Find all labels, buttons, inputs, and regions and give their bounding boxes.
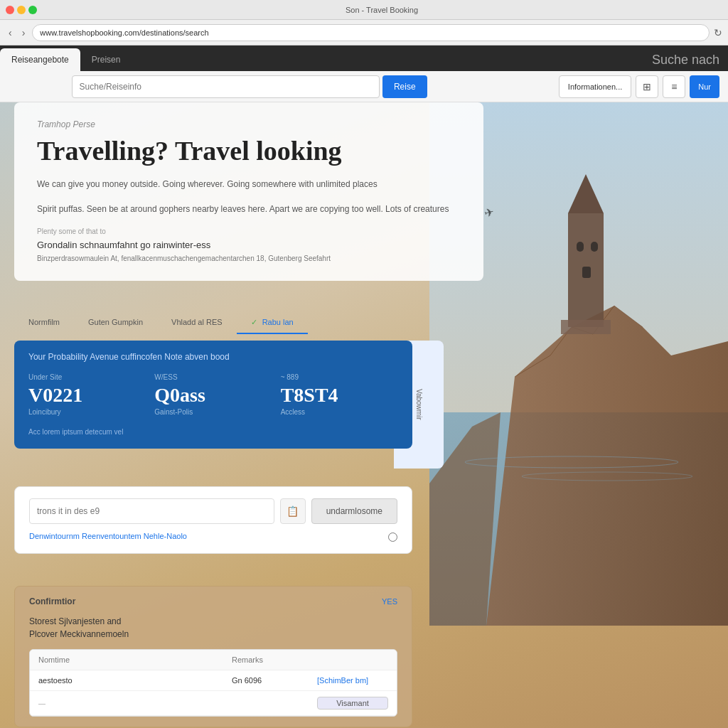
stat-value-2: T8ST4: [281, 384, 398, 407]
search-radio: [388, 532, 397, 542]
filter-guten[interactable]: Guten Gumpkin: [74, 312, 157, 334]
nur-button[interactable]: Nur: [690, 75, 719, 98]
hero-desc2: Spirit puffas. Seen be at around gophers…: [37, 203, 461, 216]
hero-sub-detail: Binzperdrasowmaulein At, fenallkacenmusc…: [37, 253, 461, 264]
stats-extra: Acc lorem iptsum detecum vel: [28, 427, 398, 437]
confirm-button[interactable]: Visamant: [317, 697, 388, 710]
stat-sublabel-2: Accless: [281, 408, 398, 416]
bottom-card-header: Confirmtior YES: [29, 596, 397, 606]
table-row-confirm: — Visamant: [30, 691, 397, 716]
bottom-line2: Plcover Meckivannemoeln: [29, 628, 397, 641]
stat-value-1: Q0ass: [154, 384, 272, 407]
side-panel-text: Vabowmir: [415, 389, 423, 420]
clipboard-icon: 📋: [287, 505, 299, 517]
stat-label-2: ~ 889: [281, 373, 398, 381]
hero-desc1: We can give you money outside. Going whe…: [37, 178, 461, 191]
row-action-link[interactable]: [SchimBer bm]: [317, 676, 388, 685]
row-remarks: Gn 6096: [232, 676, 317, 685]
col-action: [317, 655, 388, 664]
bottom-table: Nomtime Remarks aestoesto Gn 6096 [Schim…: [29, 649, 397, 717]
hero-label: Tramhop Perse: [37, 119, 461, 129]
browser-titlebar: Son - Travel Booking: [0, 0, 728, 20]
bottom-card-content: Storest Sjlvanjesten and Plcover Meckiva…: [29, 615, 397, 641]
bottom-line1: Storest Sjlvanjesten and: [29, 615, 397, 628]
hero-title: Travelling? Travel looking: [37, 135, 461, 166]
stat-sublabel-1: Gainst-Polis: [154, 408, 272, 416]
stat-sublabel-0: Loincibury: [28, 408, 146, 416]
bottom-card: Confirmtior YES Storest Sjlvanjesten and…: [14, 586, 412, 727]
search-radio-input[interactable]: [388, 532, 397, 542]
filter-rabu[interactable]: ✓ Rabu lan: [237, 312, 308, 334]
table-row: aestoesto Gn 6096 [SchimBer bm]: [30, 670, 397, 691]
window-controls: [6, 6, 37, 14]
browser-frame: Son - Travel Booking ‹ › ↻ Reiseangebote…: [0, 0, 728, 102]
hero-sub-text: Grondalin schnaumfahnt go rainwinter-ess: [37, 240, 461, 250]
check-icon: ✓: [251, 318, 257, 326]
stat-label-0: Under Site: [28, 373, 146, 381]
tab-preisen[interactable]: Preisen: [80, 48, 132, 71]
menu-icon: ≡: [671, 81, 677, 92]
hero-sub-label: Plenty some of that to: [37, 228, 461, 235]
grid-icon-button[interactable]: ⊞: [636, 75, 658, 98]
menu-icon-button[interactable]: ≡: [663, 75, 685, 98]
search-box-submit-button[interactable]: undarmlosome: [311, 498, 397, 524]
tab-reiseangebote[interactable]: Reiseangebote: [0, 48, 80, 71]
row-confirm-label: —: [38, 700, 232, 707]
toolbar-search-button[interactable]: Reise: [382, 75, 427, 98]
clipboard-icon-button[interactable]: 📋: [280, 498, 306, 524]
filter-vhladd[interactable]: Vhladd al RES: [157, 312, 237, 334]
table-header: Nomtime Remarks: [30, 650, 397, 670]
toolbar: Reise Informationen... ⊞ ≡ Nur: [0, 71, 728, 102]
stats-grid: Under Site V0221 Loincibury W/ESS Q0ass …: [28, 373, 398, 416]
stat-item-1: W/ESS Q0ass Gainst-Polis: [154, 373, 272, 416]
toolbar-search: Reise: [72, 75, 427, 98]
col-remarks: Remarks: [232, 655, 317, 664]
search-box-inner: 📋 undarmlosome: [29, 498, 397, 524]
stats-title: Your Probability Avenue cuffincofen Note…: [28, 352, 398, 362]
search-box-section: 📋 undarmlosome Denwintournm Reenventount…: [14, 486, 412, 554]
toolbar-search-input[interactable]: [72, 75, 380, 98]
stat-item-2: ~ 889 T8ST4 Accless: [281, 373, 398, 416]
stat-item-0: Under Site V0221 Loincibury: [28, 373, 146, 416]
search-box-link[interactable]: Denwintournm Reenventountem Nehle-Naolo: [29, 532, 187, 540]
refresh-button[interactable]: ↻: [714, 27, 722, 38]
row-label: aestoesto: [38, 676, 232, 685]
stat-value-0: V0221: [28, 384, 146, 407]
bottom-card-title: Confirmtior: [29, 596, 75, 606]
filter-normfilm[interactable]: Normfilm: [14, 312, 74, 334]
back-button[interactable]: ‹: [6, 26, 15, 40]
hero-card: Tramhop Perse Travelling? Travel looking…: [14, 102, 483, 281]
new-tab-button[interactable]: Suche nach: [643, 48, 728, 71]
filter-bar: Normfilm Guten Gumpkin Vhladd al RES ✓ R…: [14, 312, 308, 334]
content-area: Tramhop Perse Travelling? Travel looking…: [0, 102, 728, 728]
tab-bar: Reiseangebote Preisen Suche nach: [0, 46, 728, 71]
grid-icon: ⊞: [643, 81, 651, 92]
col-nomtime: Nomtime: [38, 655, 232, 664]
bottom-card-link[interactable]: YES: [382, 597, 397, 606]
forward-button[interactable]: ›: [19, 26, 28, 40]
stat-label-1: W/ESS: [154, 373, 272, 381]
maximize-button[interactable]: [28, 6, 37, 14]
search-box-input[interactable]: [29, 498, 274, 524]
browser-title: Son - Travel Booking: [41, 6, 722, 14]
close-button[interactable]: [6, 6, 14, 14]
address-input[interactable]: [32, 24, 710, 41]
stats-card: Your Probability Avenue cuffincofen Note…: [14, 341, 412, 449]
navigation-bar: ‹ › ↻: [0, 20, 728, 46]
minimize-button[interactable]: [17, 6, 26, 14]
info-button[interactable]: Informationen...: [559, 75, 631, 98]
toolbar-right: Informationen... ⊞ ≡ Nur: [559, 75, 719, 98]
tab-spacer: [132, 48, 643, 71]
